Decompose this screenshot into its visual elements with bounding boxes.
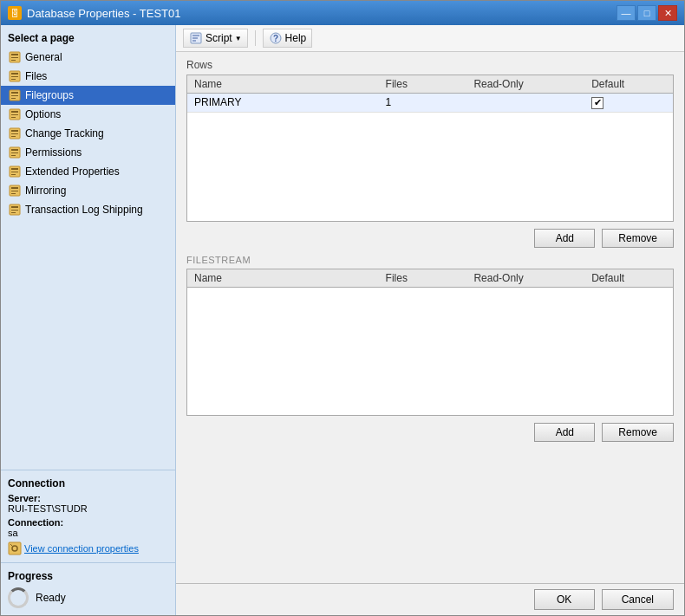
maximize-button[interactable]: □ <box>637 5 656 21</box>
window-controls: — □ ✕ <box>616 5 677 21</box>
sidebar-item-options-label: Options <box>25 108 61 120</box>
filestream-add-button[interactable]: Add <box>534 423 595 442</box>
filestream-col-name: Name <box>187 269 379 288</box>
svg-rect-10 <box>11 95 18 96</box>
files-icon <box>8 69 22 83</box>
svg-rect-15 <box>11 117 16 118</box>
app-icon: 🗄 <box>8 6 22 20</box>
general-icon <box>8 50 22 64</box>
svg-rect-6 <box>11 76 18 77</box>
sidebar-item-transaction-log-shipping[interactable]: Transaction Log Shipping <box>1 200 175 219</box>
svg-rect-34 <box>11 210 18 211</box>
row-default-cell: ✔ <box>584 94 673 113</box>
svg-rect-1 <box>11 54 18 55</box>
filestream-col-files: Files <box>379 269 467 288</box>
rows-add-button[interactable]: Add <box>534 229 595 248</box>
svg-rect-19 <box>11 136 16 137</box>
progress-section: Progress Ready <box>1 562 175 615</box>
svg-rect-27 <box>11 174 16 175</box>
svg-rect-30 <box>11 191 18 191</box>
rows-buttons-row: Add Remove <box>186 229 674 248</box>
rows-remove-button[interactable]: Remove <box>602 229 674 248</box>
options-icon <box>8 107 22 121</box>
filestream-table-container[interactable]: Name Files Read-Only Default <box>186 269 674 416</box>
view-connection-text: View connection properties <box>24 543 139 554</box>
sidebar-item-permissions-label: Permissions <box>25 146 82 159</box>
filestream-table: Name Files Read-Only Default <box>187 269 673 288</box>
select-a-page-label: Select a page <box>1 25 175 48</box>
svg-rect-7 <box>11 79 16 80</box>
svg-rect-5 <box>11 73 18 75</box>
ok-button[interactable]: OK <box>534 589 595 610</box>
script-arrow: ▼ <box>235 35 242 42</box>
rows-table-container[interactable]: Name Files Read-Only Default PRIMARY 1 <box>186 75 674 222</box>
minimize-button[interactable]: — <box>616 5 636 21</box>
svg-rect-14 <box>11 114 18 115</box>
title-bar: 🗄 Database Properties - TEST01 — □ ✕ <box>1 1 684 25</box>
progress-spinner <box>8 587 29 608</box>
rows-col-files: Files <box>379 75 467 94</box>
connection-value: sa <box>8 528 168 538</box>
rows-col-readonly: Read-Only <box>466 75 584 94</box>
permissions-icon <box>8 146 22 159</box>
script-icon <box>189 31 203 45</box>
extended-properties-icon <box>8 165 22 178</box>
default-checkbox[interactable]: ✔ <box>591 97 603 109</box>
sidebar-item-general[interactable]: General <box>1 48 175 67</box>
sidebar-item-extended-properties-label: Extended Properties <box>25 165 120 178</box>
sidebar-item-files-label: Files <box>25 70 47 82</box>
database-properties-window: 🗄 Database Properties - TEST01 — □ ✕ Sel… <box>0 0 685 616</box>
filestream-buttons-row: Add Remove <box>186 423 674 442</box>
cancel-button[interactable]: Cancel <box>602 589 674 610</box>
content-area: Rows Name Files Read-Only Default <box>176 52 684 583</box>
sidebar-item-mirroring-label: Mirroring <box>25 185 66 197</box>
sidebar-item-permissions[interactable]: Permissions <box>1 143 175 162</box>
svg-rect-22 <box>11 152 18 153</box>
sidebar: Select a page General Files <box>1 25 176 615</box>
table-row[interactable]: PRIMARY 1 ✔ <box>187 94 673 113</box>
row-files-cell: 1 <box>379 94 467 113</box>
help-label: Help <box>285 32 307 44</box>
connection-title: Connection <box>8 477 168 490</box>
close-button[interactable]: ✕ <box>658 5 677 21</box>
svg-rect-11 <box>11 98 16 99</box>
filegroups-icon <box>8 88 22 102</box>
toolbar-divider <box>255 30 256 46</box>
filestream-col-readonly: Read-Only <box>466 269 584 288</box>
filestream-remove-button[interactable]: Remove <box>602 423 674 442</box>
sidebar-item-extended-properties[interactable]: Extended Properties <box>1 162 175 181</box>
progress-title: Progress <box>8 570 168 582</box>
main-content: Select a page General Files <box>1 25 684 615</box>
svg-rect-33 <box>11 206 18 208</box>
sidebar-item-change-tracking[interactable]: Change Tracking <box>1 124 175 143</box>
rows-table: Name Files Read-Only Default PRIMARY 1 <box>187 75 673 113</box>
sidebar-item-files[interactable]: Files <box>1 67 175 86</box>
svg-rect-18 <box>11 133 18 134</box>
connection-section: Connection Server: RUI-TEST\STUDR Connec… <box>1 470 175 562</box>
row-name-cell: PRIMARY <box>187 94 379 113</box>
svg-rect-3 <box>11 60 16 61</box>
progress-row: Ready <box>8 587 168 608</box>
svg-rect-13 <box>11 111 18 113</box>
mirroring-icon <box>8 184 22 198</box>
change-tracking-icon <box>8 126 22 140</box>
right-panel: Script ▼ ? Help Rows Name <box>176 25 684 615</box>
rows-col-name: Name <box>187 75 379 94</box>
window-title: Database Properties - TEST01 <box>27 7 181 20</box>
row-readonly-cell <box>466 94 584 113</box>
svg-text:?: ? <box>273 34 278 43</box>
sidebar-item-mirroring[interactable]: Mirroring <box>1 181 175 200</box>
filestream-section-label: FILESTREAM <box>186 255 674 265</box>
svg-rect-26 <box>11 172 18 172</box>
help-button[interactable]: ? Help <box>263 29 313 48</box>
sidebar-item-transaction-log-shipping-label: Transaction Log Shipping <box>25 204 143 216</box>
svg-rect-21 <box>11 149 18 151</box>
sidebar-item-options[interactable]: Options <box>1 105 175 124</box>
connection-link-icon <box>8 541 22 555</box>
view-connection-link[interactable]: View connection properties <box>8 541 168 555</box>
script-button[interactable]: Script ▼ <box>183 29 248 48</box>
transaction-log-shipping-icon <box>8 203 22 217</box>
sidebar-item-filegroups[interactable]: Filegroups <box>1 86 175 105</box>
sidebar-item-filegroups-label: Filegroups <box>25 89 74 101</box>
rows-section-label: Rows <box>186 59 674 71</box>
